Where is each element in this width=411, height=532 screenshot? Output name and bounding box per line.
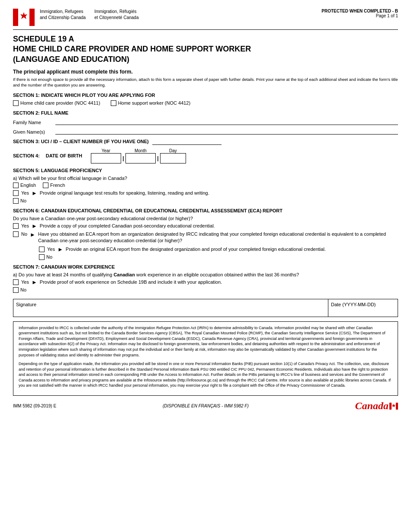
svg-rect-0 — [13, 9, 18, 26]
canada-wordmark: Canad a — [355, 400, 398, 412]
section6-yes-row: Yes ► Provide a copy of your completed C… — [13, 223, 398, 229]
dob-input-row: | | — [91, 153, 186, 163]
no-label-edu: No — [21, 231, 27, 237]
month-input[interactable] — [125, 153, 156, 163]
option-home-child-care-label: Home child care provider (NOC 4411) — [20, 100, 100, 106]
checkbox-nested-yes[interactable] — [39, 247, 45, 252]
principal-note: The principal applicant must complete th… — [13, 69, 398, 88]
privacy-box: Information provided to IRCC is collecte… — [13, 321, 398, 396]
canada-flag-icon — [13, 9, 35, 26]
checkbox-yes-lang[interactable] — [13, 190, 19, 196]
nested-yes-label: Yes — [47, 247, 55, 252]
checkbox-no-lang[interactable] — [13, 198, 19, 204]
arrow-icon-lang: ► — [32, 190, 37, 196]
checkbox-yes-work[interactable] — [13, 279, 19, 285]
section6-question: Do you have a Canadian one-year post-sec… — [13, 216, 398, 221]
title-line1: SCHEDULE 19 A — [13, 35, 74, 43]
option-home-support-label: Home support worker (NOC 4412) — [118, 100, 191, 106]
section7-heading: SECTION 7: CANADIAN WORK EXPERIENCE — [13, 264, 398, 269]
section6-nested: Yes ► Provide an original ECA report fro… — [39, 246, 398, 260]
checkbox-french[interactable] — [43, 183, 48, 188]
dob-sep2: | — [156, 155, 160, 161]
french-label: French — [50, 183, 65, 188]
section3-row: SECTION 3: UCI / ID – CLIENT NUMBER (if … — [13, 138, 398, 145]
section7-qa-rest: work experience in an eligible occupatio… — [136, 272, 299, 277]
option-home-support[interactable]: Home support worker (NOC 4412) — [111, 100, 191, 106]
no-instruction-edu: Have you obtained an ECA report from an … — [38, 231, 398, 244]
option-nested-no[interactable]: No — [39, 254, 52, 260]
date-area: Date (YYYY-MM-DD) — [328, 299, 398, 317]
uci-input[interactable] — [152, 138, 222, 145]
privacy-para2: Depending on the type of application mad… — [19, 361, 392, 388]
page-footer: IMM 5982 (09-2019) E (DISPONIBLE EN FRAN… — [13, 400, 398, 414]
section5-lang-options: English French — [13, 183, 398, 188]
svg-rect-1 — [29, 9, 35, 26]
checkbox-no-edu[interactable] — [13, 231, 19, 237]
family-name-label: Family Name — [13, 120, 52, 125]
given-name-row: Given Name(s) — [13, 128, 398, 135]
option-home-child-care[interactable]: Home child care provider (NOC 4411) — [13, 100, 100, 106]
dept-french: Immigration, Réfugiés et Citoyenneté Can… — [94, 9, 138, 21]
principal-heading: The principal applicant must complete th… — [13, 69, 398, 75]
section5-no-row: No — [13, 198, 398, 204]
section6-heading: SECTION 6: CANADIAN EDUCATIONAL CREDENTI… — [13, 208, 398, 213]
given-name-label: Given Name(s) — [13, 129, 52, 135]
day-input[interactable] — [160, 153, 186, 163]
signature-label: Signature — [16, 302, 36, 307]
option-no-lang[interactable]: No — [13, 198, 26, 204]
section7-yes-row: Yes ► Provide proof of work experience o… — [13, 279, 398, 285]
section2-heading: SECTION 2: FULL NAME — [13, 110, 398, 115]
form-title: SCHEDULE 19 A HOME CHILD CARE PROVIDER A… — [13, 34, 398, 64]
no-label-work: No — [20, 287, 26, 292]
header-right: PROTECTED WHEN COMPLETED - B Page 1 of 1 — [321, 9, 398, 18]
dob-sep1: | — [121, 155, 125, 161]
option-english[interactable]: English — [13, 183, 36, 188]
section7-qa-start: a) Do you have at least 24 months of qua… — [13, 272, 112, 277]
section1-heading: SECTION 1: INDICATE WHICH PILOT YOU ARE … — [13, 93, 398, 98]
year-input[interactable] — [91, 153, 121, 163]
checkbox-home-support[interactable] — [111, 100, 116, 106]
page-number: Page 1 of 1 — [321, 13, 398, 18]
header-left: Immigration, Refugees and Citizenship Ca… — [13, 9, 138, 26]
checkbox-no-work[interactable] — [13, 287, 19, 293]
title-line2: HOME CHILD CARE PROVIDER AND HOME SUPPOR… — [13, 45, 251, 53]
section6-no-row: No ► Have you obtained an ECA report fro… — [13, 231, 398, 244]
section7-question-a: a) Do you have at least 24 months of qua… — [13, 272, 398, 277]
section5-question-a: a) Which will be your first official lan… — [13, 176, 398, 181]
nested-yes-instruction: Provide an original ECA report from the … — [66, 247, 326, 252]
checkbox-home-child-care[interactable] — [13, 100, 19, 106]
given-name-input[interactable] — [55, 128, 398, 135]
arrow-icon-edu-yes: ► — [32, 223, 37, 229]
yes-label-lang: Yes — [21, 190, 29, 195]
protected-label: PROTECTED WHEN COMPLETED - B — [321, 9, 398, 13]
svg-rect-5 — [396, 403, 398, 410]
section7-no-row: No — [13, 287, 398, 293]
title-line3: (LANGUAGE AND EDUCATION) — [13, 55, 129, 64]
checkbox-nested-no[interactable] — [39, 254, 45, 260]
signature-area: Signature — [13, 299, 328, 317]
no-label-lang: No — [20, 198, 26, 203]
section6-nested-no-row: No — [39, 254, 398, 260]
checkbox-english[interactable] — [13, 183, 19, 188]
yes-label-edu: Yes — [21, 223, 29, 228]
dept-english: Immigration, Refugees and Citizenship Ca… — [40, 9, 86, 21]
signature-section: Signature Date (YYYY-MM-DD) — [13, 299, 398, 317]
french-note: (DISPONIBLE EN FRANÇAIS - IMM 5982 F) — [163, 404, 249, 408]
option-french[interactable]: French — [43, 183, 65, 188]
family-name-input[interactable] — [55, 118, 398, 125]
family-name-row: Family Name — [13, 118, 398, 125]
yes-instruction-work: Provide proof of work experience on Sche… — [40, 279, 222, 285]
section5-yes-row: Yes ► Provide original language test res… — [13, 190, 398, 196]
principal-body: If there is not enough space to provide … — [13, 77, 398, 88]
yes-instruction-lang: Provide original language test results f… — [40, 190, 209, 195]
section6-nested-yes-row: Yes ► Provide an original ECA report fro… — [39, 246, 398, 253]
form-number: IMM 5982 (09-2019) E — [13, 404, 56, 408]
option-no-work[interactable]: No — [13, 287, 26, 293]
section4-label-area: SECTION 4: DATE OF BIRTH — [13, 153, 82, 158]
checkbox-yes-edu[interactable] — [13, 223, 19, 229]
dob-headers: Year Month Day — [91, 148, 186, 153]
date-label: Date (YYYY-MM-DD) — [331, 302, 376, 307]
header-text: Immigration, Refugees and Citizenship Ca… — [40, 9, 138, 21]
day-header: Day — [160, 148, 186, 153]
month-header: Month — [125, 148, 156, 153]
